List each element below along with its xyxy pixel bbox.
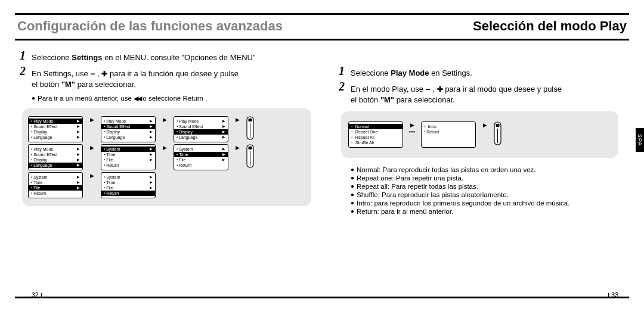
lcd-screen: ▪System▶ ▪Time▶ ▪File▶ ▪Return	[28, 172, 83, 198]
text: para ir al modo que desee y pulse	[443, 85, 562, 94]
lcd-screen: ▪System▶ ▪Time▶ ▪File▶ ▪Return	[101, 144, 156, 170]
plus-icon: ✚	[437, 85, 443, 94]
arrow-icon: ▶	[159, 116, 170, 123]
text: En el modo Play, use	[351, 85, 426, 94]
page-right: 1 Seleccione Play Mode en Settings. 2 En…	[322, 52, 629, 297]
bullet-icon: ●	[351, 183, 354, 189]
diagram-row: ▪Play Mode▶ ▪Sound Effect▶ ▪Display▶ ▪La…	[28, 116, 305, 142]
bullet-icon: ●	[351, 174, 354, 181]
lcd-screen: ▪Play Mode▶ ▪Sound Effect▶ ▪Display▶ ▪La…	[28, 144, 83, 170]
language-tab: SPA	[636, 128, 644, 152]
lcd-screen: ◦Normal ◦Repeat One ◦Repeat All ◦Shuffle…	[348, 121, 403, 148]
text-bold: Play Mode	[391, 68, 429, 77]
remote-icon	[246, 116, 254, 140]
text-bold: "M"	[380, 95, 394, 104]
text: Para ir a un menú anterior, use	[38, 95, 134, 102]
page-number-left: 32	[32, 291, 44, 298]
arrow-icon: ▶	[479, 121, 490, 128]
left-step-2: 2 En Settings, use − , ✚ para ir a la fu…	[32, 68, 311, 90]
text: Shuffle: Para reproducir las pistas alea…	[357, 191, 509, 198]
arrow-icon: ▶	[86, 172, 97, 179]
manual-spread: SPA Configuración de las funciones avanz…	[15, 13, 629, 298]
text: En Settings, use	[32, 69, 90, 78]
lcd-screen: ◦Intro ▪Return	[421, 121, 476, 148]
lcd-screen: ▪Play Mode▶ ▪Sound Effect▶ ▪Display▶ ▪La…	[28, 116, 83, 142]
lcd-screen: ▪System▶ ▪Time▶ ▪File▶ ▪Return	[101, 172, 156, 198]
text: para ir a la función que desee y pulse	[107, 69, 239, 78]
right-step-1: 1 Seleccione Play Mode en Settings.	[351, 68, 618, 79]
text: Repeat one: Para repetir una pista.	[357, 174, 463, 182]
text: Normal: Para reproducir todas las pistas…	[357, 166, 535, 173]
divider-icon	[41, 293, 42, 298]
text: Seleccione	[32, 53, 72, 62]
right-notes: ●Normal: Para reproducir todas las pista…	[351, 166, 618, 215]
minus-icon: −	[426, 85, 431, 94]
bullet-icon: ●	[351, 200, 354, 206]
bullet-icon: ●	[351, 208, 354, 214]
diagram-row: ▪Play Mode▶ ▪Sound Effect▶ ▪Display▶ ▪La…	[28, 144, 305, 170]
text: 32	[32, 291, 39, 298]
lcd-screen: ▪Play Mode▶ ▪Sound Effect▶ ▪Display▶ ▪La…	[174, 116, 228, 142]
text: en Settings.	[429, 68, 472, 77]
left-diagrams: ▪Play Mode▶ ▪Sound Effect▶ ▪Display▶ ▪La…	[22, 108, 311, 206]
page-left: 1 Seleccione Settings en el MENU. consul…	[15, 52, 322, 297]
text: el botón	[32, 80, 61, 89]
text: 33	[611, 291, 618, 298]
lcd-screen: ▪System▶ ▪Time▶ ▪File▶ ▪Return	[174, 144, 228, 170]
svg-rect-1	[249, 119, 252, 121]
svg-rect-4	[249, 147, 252, 149]
title-right: Selección del modo Play	[473, 18, 627, 34]
diagram-row: ▪System▶ ▪Time▶ ▪File▶ ▪Return ▶ ▪System…	[28, 172, 305, 198]
bullet-icon: ●	[351, 166, 354, 173]
divider-icon	[608, 293, 609, 298]
remote-icon	[494, 121, 501, 145]
minus-icon: −	[90, 69, 95, 79]
text-bold: Settings	[72, 53, 102, 62]
diagram-row: ◦Normal ◦Repeat One ◦Repeat All ◦Shuffle…	[348, 121, 611, 148]
remote-icon	[246, 144, 254, 168]
arrow-icon: ▶	[86, 116, 97, 123]
arrow-icon: ▶	[86, 144, 97, 151]
text-bold: "M"	[61, 80, 75, 89]
text: Seleccione	[351, 68, 391, 77]
title-bar: Configuración de las funciones avanzadas…	[15, 15, 629, 40]
bullet-icon: ●	[32, 95, 35, 101]
bullet-icon: ●	[351, 191, 354, 198]
text: para seleccionar.	[75, 80, 136, 89]
text: para seleccionar.	[394, 95, 455, 104]
arrow-icon: ▶●●●	[407, 121, 417, 133]
arrow-icon: ▶	[232, 144, 243, 151]
arrow-icon: ▶	[159, 144, 170, 151]
title-left: Configuración de las funciones avanzadas	[17, 18, 283, 34]
text: Return: para ir al menú anterior.	[357, 208, 453, 215]
text: o seleccione Return .	[141, 95, 207, 102]
rewind-icon: ◀◀	[134, 95, 141, 102]
svg-rect-7	[496, 124, 500, 127]
arrow-icon: ▶	[232, 116, 243, 123]
text: en el MENU. consulte "Opciones de MENU"	[103, 53, 256, 62]
plus-icon: ✚	[101, 70, 107, 78]
text: Repeat all: Para repetir todas las pista…	[357, 183, 478, 190]
text: Intro: para reproducir los primeros segu…	[357, 200, 569, 207]
left-step-1: 1 Seleccione Settings en el MENU. consul…	[32, 52, 311, 63]
right-diagrams: ◦Normal ◦Repeat One ◦Repeat All ◦Shuffle…	[341, 111, 618, 158]
page-number-right: 33	[606, 291, 618, 298]
lcd-screen: ▪Play Mode▶ ▪Sound Effect▶ ▪Display▶ ▪La…	[101, 116, 156, 142]
right-step-2: 2 En el modo Play, use − , ✚ para ir al …	[351, 83, 618, 105]
left-hint: ●Para ir a un menú anterior, use ◀◀ o se…	[32, 95, 311, 102]
text: el botón	[351, 95, 380, 104]
